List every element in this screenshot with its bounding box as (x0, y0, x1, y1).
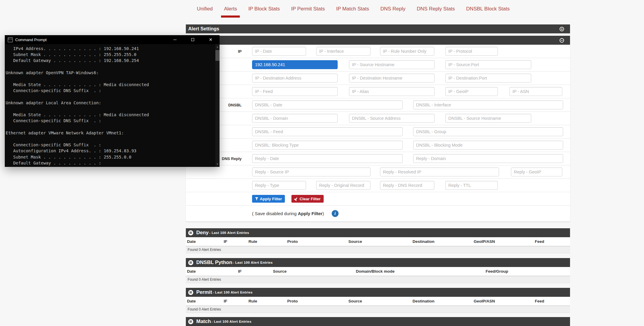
tab-unified[interactable]: Unified (194, 3, 216, 18)
filter-input-dnsbl-group[interactable] (413, 127, 563, 136)
filter-input-dnsbl-source-address[interactable] (349, 114, 435, 123)
apply-filter-button[interactable]: Apply Filter (252, 195, 285, 203)
filter-input-ip-geoip[interactable] (445, 87, 498, 96)
filter-input-ip-destination-address[interactable] (252, 74, 338, 83)
tab-ip-permit-stats[interactable]: IP Permit Stats (288, 3, 328, 18)
command-prompt-body: IPv4 Address. . . . . . . . . . . : 192.… (5, 44, 220, 167)
table-empty-row: Found 0 Alert Entries (186, 246, 570, 253)
column-header-destination: Destination (413, 239, 435, 244)
filter-input-ip-alias[interactable] (349, 87, 435, 96)
alert-filter-panel: IPDNSBLDNS Reply Apply Filter Clear Filt… (186, 45, 570, 222)
save-disabled-note: ( Save disabled during Apply Filter) (252, 211, 324, 216)
tab-alerts[interactable]: Alerts (221, 3, 240, 18)
filter-input-ip-source-port[interactable] (445, 60, 531, 69)
pause-circle-icon[interactable] (188, 319, 193, 324)
clear-filter-label: Clear Filter (299, 197, 321, 201)
filter-input-reply-date[interactable] (252, 154, 403, 163)
column-header-source: Source (348, 299, 362, 303)
column-header-geoip-asn: GeoIP/ASN (474, 239, 495, 244)
filter-row: IP (186, 45, 570, 58)
filter-input-dnsbl-blocking-type[interactable] (252, 141, 403, 150)
column-header-date: Date (187, 269, 196, 274)
tab-dns-reply[interactable]: DNS Reply (377, 3, 408, 18)
column-header-proto: Proto (287, 299, 298, 303)
filter-input-reply-type[interactable] (252, 181, 306, 190)
filter-input-dnsbl-interface[interactable] (413, 100, 563, 109)
filter-input-ip-protocol[interactable] (445, 47, 498, 56)
column-header-feed: Feed (535, 299, 544, 303)
close-icon[interactable]: ✕ (202, 35, 220, 44)
filter-input-dnsbl-feed[interactable] (252, 127, 403, 136)
filter-row: DNS Reply (186, 152, 570, 165)
table-column-headers: DateIFRuleProtoSourceDestinationGeoIP/AS… (186, 237, 570, 246)
minimize-icon[interactable] (166, 35, 184, 44)
alert-settings-title: Alert Settings (188, 26, 219, 32)
window-controls: ✕ (166, 35, 220, 44)
clear-filter-button[interactable]: Clear Filter (291, 195, 324, 203)
filter-row (186, 112, 570, 125)
scroll-up-icon[interactable]: ∧ (215, 45, 220, 49)
command-prompt-titlebar[interactable]: C:\ Command Prompt ✕ (5, 35, 220, 44)
filter-input-dnsbl-domain[interactable] (252, 114, 338, 123)
minus-circle-icon[interactable]: − (560, 38, 564, 43)
filter-input-ip-interface[interactable] (316, 47, 370, 56)
alert-table-deny: Deny- Last 100 Alert EntriesDateIFRulePr… (186, 228, 570, 253)
plus-circle-icon[interactable]: + (560, 27, 564, 31)
alert-table-dnsbl-python: DNSBL Python- Last 100 Alert EntriesDate… (186, 258, 570, 283)
filter-input-dnsbl-date[interactable] (252, 100, 403, 109)
filter-input-reply-geoip[interactable] (511, 167, 562, 176)
table-header-bar[interactable]: DNSBL Python- Last 100 Alert Entries (186, 258, 570, 267)
filter-row (186, 85, 570, 98)
scrollbar-thumb[interactable] (215, 50, 220, 61)
tab-bar: UnifiedAlertsIP Block StatsIP Permit Sta… (186, 3, 570, 18)
command-prompt-window[interactable]: C:\ Command Prompt ✕ IPv4 Address. . . .… (5, 35, 220, 167)
terminal-scrollbar[interactable]: ∧ ∨ (215, 44, 220, 167)
filter-input-ip-destination-port[interactable] (445, 74, 531, 83)
pause-circle-icon[interactable] (188, 260, 193, 265)
tab-dns-reply-stats[interactable]: DNS Reply Stats (414, 3, 458, 18)
pause-circle-icon[interactable] (188, 230, 193, 235)
filter-row (186, 139, 570, 152)
filter-input-reply-source-ip[interactable] (252, 167, 370, 176)
filter-input-ip-destination-hostname[interactable] (349, 74, 435, 83)
tab-ip-match-stats[interactable]: IP Match Stats (333, 3, 372, 18)
column-header-feed: Feed (535, 239, 544, 244)
filter-input-ip-rule-number-only[interactable] (380, 47, 434, 56)
table-title: DNSBL Python (196, 260, 232, 266)
filter-input-reply-original-record[interactable] (316, 181, 370, 190)
table-header-bar[interactable]: Match- Last 100 Alert Entries (186, 317, 570, 326)
filter-input-ip-asn[interactable] (509, 87, 562, 96)
filter-input-dnsbl-source-hostname[interactable] (445, 114, 531, 123)
tab-ip-block-stats[interactable]: IP Block Stats (245, 3, 283, 18)
table-column-headers: DateIFRuleProtoSourceDestinationGeoIP/AS… (186, 297, 570, 306)
filter-input-reply-domain[interactable] (413, 154, 563, 163)
info-circle-icon[interactable]: i (332, 210, 339, 217)
filter-row (186, 179, 570, 192)
table-column-headers: DateIFSourceDomain/Block modeFeed/Group (186, 267, 570, 276)
save-disabled-note-row: ( Save disabled during Apply Filter) i (186, 206, 570, 221)
alert-filter-header[interactable]: − (186, 36, 570, 45)
table-title: Match (196, 319, 211, 325)
table-header-bar[interactable]: Permit- Last 100 Alert Entries (186, 288, 570, 297)
column-header-source: Source (348, 239, 362, 244)
apply-filter-label: Apply Filter (260, 197, 282, 201)
cmd-prompt-icon: C:\ (8, 37, 13, 42)
filter-row: DNSBL (186, 98, 570, 112)
filter-input-ip-date[interactable] (252, 47, 306, 56)
filter-row (186, 58, 570, 72)
table-title: Permit (196, 289, 212, 295)
scroll-down-icon[interactable]: ∨ (215, 162, 220, 166)
filter-input-dnsbl-blocking-mode[interactable] (413, 141, 563, 150)
filter-input-reply-ttl[interactable] (445, 181, 498, 190)
maximize-icon[interactable] (184, 35, 202, 44)
filter-input-ip-source-address[interactable] (252, 60, 338, 69)
filter-input-ip-source-hostname[interactable] (349, 60, 435, 69)
table-empty-row: Found 0 Alert Entries (186, 276, 570, 283)
alert-settings-header[interactable]: Alert Settings + (186, 24, 570, 33)
filter-input-reply-resolved-ip[interactable] (380, 167, 499, 176)
table-header-bar[interactable]: Deny- Last 100 Alert Entries (186, 228, 570, 237)
filter-input-reply-dns-record[interactable] (380, 181, 434, 190)
tab-dnsbl-block-stats[interactable]: DNSBL Block Stats (463, 3, 513, 18)
pause-circle-icon[interactable] (188, 290, 193, 295)
filter-input-ip-feed[interactable] (252, 87, 338, 96)
